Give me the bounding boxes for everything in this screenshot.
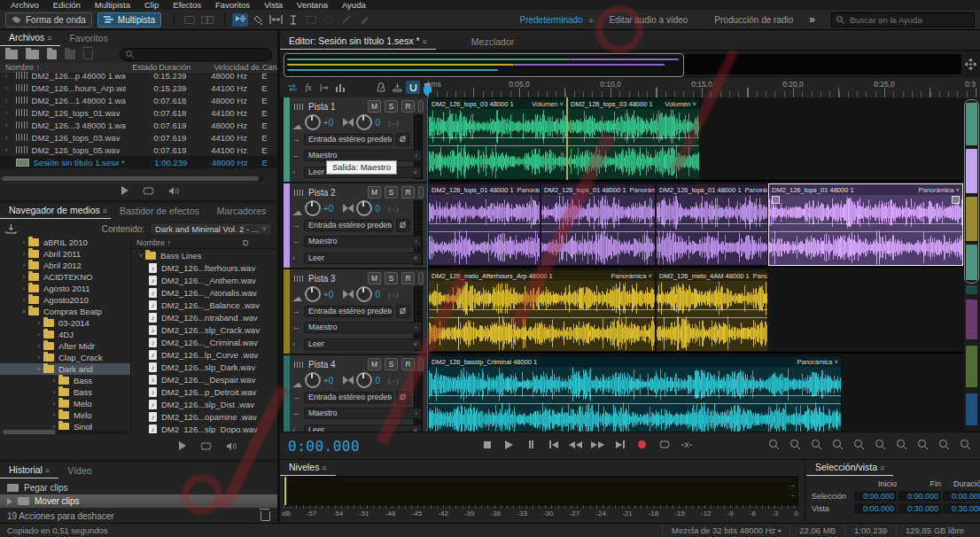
- monitor-input-button[interactable]: .: [418, 358, 424, 370]
- file-row[interactable]: › DM2_126_tops_01.wav 0:07.618 44100 Hz …: [0, 106, 277, 119]
- media-file-row[interactable]: ♪DM2_126..._Criminal.wav: [131, 336, 277, 348]
- tab-archivos[interactable]: Archivos ≡: [0, 30, 60, 46]
- expand-icon[interactable]: ›: [50, 411, 58, 419]
- panel-menu-icon[interactable]: ≡: [322, 463, 326, 472]
- loop-playback-icon[interactable]: [143, 186, 154, 196]
- phase-toggle-button[interactable]: Ø: [396, 305, 409, 318]
- pan-value[interactable]: 0: [375, 204, 380, 214]
- expander-icon[interactable]: ›: [5, 97, 16, 105]
- zoom-out-horizontal-button[interactable]: [894, 437, 909, 452]
- phase-toggle-button[interactable]: Ø: [396, 133, 409, 146]
- seleccion-inicio-value[interactable]: 0:00.000: [854, 491, 897, 502]
- clip-envelope-mode[interactable]: Panorámica ˅: [919, 186, 960, 194]
- arm-record-icon[interactable]: [390, 81, 404, 94]
- file-row[interactable]: › DM2_126...p 48000 1.wav 0:15.239 48000…: [0, 69, 277, 82]
- tree-folder-4dj[interactable]: ›4DJ: [0, 329, 130, 340]
- pan-value[interactable]: 0: [375, 118, 380, 128]
- tree-folder-abril-2010[interactable]: ›aBRIL 2010: [0, 237, 130, 248]
- panel-menu-icon[interactable]: ≡: [423, 37, 427, 46]
- snap-toggle-icon[interactable]: [406, 81, 420, 94]
- pan-knob[interactable]: [356, 114, 372, 130]
- expand-icon[interactable]: ›: [19, 296, 28, 304]
- collapse-icon[interactable]: ˅: [35, 365, 43, 373]
- file-row[interactable]: › DM2_126...3 48000 1.wav 0:07.619 48000…: [0, 119, 277, 131]
- expander-icon[interactable]: ›: [5, 72, 16, 80]
- zoom-in-left-edge-button[interactable]: [809, 437, 824, 452]
- seleccion-fin-value[interactable]: 0:00.000: [898, 491, 941, 502]
- audio-clip[interactable]: DM2_126_melo_4AM 48000 1 Panorámica ˅: [656, 269, 768, 352]
- record-arm-button[interactable]: R: [401, 186, 415, 198]
- menu-multipista[interactable]: Multipista: [88, 0, 137, 10]
- insert-into-multitrack-icon[interactable]: [47, 50, 57, 59]
- clip-title-bar[interactable]: DM2_126_tops_01 48000 1 Panorámica ˅: [657, 184, 767, 195]
- tree-folder-acidtekno[interactable]: ›ACIDTEKNO: [0, 271, 130, 283]
- vista-duracion-value[interactable]: 0:30.000: [943, 503, 980, 514]
- tab-mezclador[interactable]: Mezclador: [463, 35, 523, 50]
- phase-toggle-button[interactable]: Ø: [396, 219, 409, 232]
- pause-button[interactable]: [524, 437, 539, 452]
- audio-clip[interactable]: DM2_126_tops_03 48000 1 Volumen ˅: [567, 97, 700, 180]
- workspace-overflow-chevron[interactable]: »: [809, 13, 815, 26]
- media-file-row[interactable]: ♪DM2_126...slp_Dist .wav: [131, 398, 277, 410]
- timeline-ruler-row[interactable]: fx hms 0:05,00:10,00:15,00:20,00:25,00:3: [280, 78, 980, 98]
- insert-into-session-icon[interactable]: [5, 223, 17, 234]
- track-name[interactable]: Pista 4: [308, 360, 336, 370]
- panel-menu-icon[interactable]: ≡: [103, 206, 107, 215]
- clip-envelope-mode[interactable]: Panorámica ˅: [745, 186, 767, 194]
- session-overview-navigator[interactable]: [280, 50, 980, 80]
- expand-icon[interactable]: ›: [50, 377, 58, 385]
- menu-efectos[interactable]: Efectos: [166, 0, 208, 10]
- audio-clip-selected[interactable]: DM2_126_tops_01 48000 1 Panorámica ˅: [768, 183, 963, 266]
- tree-folder-after-midr[interactable]: ›After Midr: [0, 340, 130, 352]
- play-button[interactable]: [502, 437, 517, 452]
- razor-tool-button[interactable]: [250, 13, 266, 27]
- paintbrush-tool-button[interactable]: [356, 13, 372, 27]
- track-eq-toggle-icon[interactable]: [333, 81, 347, 94]
- record-arm-button[interactable]: R: [401, 358, 415, 370]
- tree-horizontal-scrollbar[interactable]: [3, 430, 127, 434]
- media-file-row[interactable]: ♪DM2_126...lp_Curve .wav: [131, 348, 277, 361]
- tree-folder-abril-2012[interactable]: ›Abril 2012: [0, 260, 130, 271]
- solo-button[interactable]: S: [385, 358, 398, 370]
- workspace-predeterminado[interactable]: Predeterminado ≡: [519, 15, 593, 25]
- input-selector[interactable]: Entrada estéreo predete›: [304, 392, 393, 403]
- track-lane[interactable]: DM2_126_melo_Afterhours_Arp 48000 1 Pano…: [428, 269, 963, 354]
- dual-monitor-icon[interactable]: [199, 13, 215, 27]
- track-name[interactable]: Pista 1: [308, 102, 336, 112]
- menu-edicion[interactable]: Edición: [46, 0, 88, 10]
- automation-mode-dropdown[interactable]: Leer˅: [304, 424, 422, 432]
- mute-button[interactable]: M: [368, 358, 381, 370]
- volume-value[interactable]: +0: [323, 376, 333, 385]
- move-tool-button[interactable]: [232, 13, 248, 27]
- track-name[interactable]: Pista 2: [308, 188, 336, 198]
- solo-button[interactable]: S: [385, 186, 398, 198]
- metronome-icon[interactable]: [374, 81, 388, 94]
- tree-folder-clap-crack[interactable]: ›Clap_Crack: [0, 352, 130, 363]
- clip-envelope-mode[interactable]: Panorámica ˅: [797, 358, 838, 366]
- mute-button[interactable]: M: [368, 100, 381, 113]
- history-item-pegar-clips[interactable]: Pegar clips: [0, 481, 277, 494]
- session-file-row[interactable]: Sesión sin título 1.sesx * 1:00.239 4800…: [0, 156, 277, 168]
- output-selector[interactable]: Maestro›: [304, 150, 422, 161]
- file-row[interactable]: › DM2_126...hours_Arp.wav 0:15.239 44100…: [0, 82, 277, 94]
- tab-navegador-de-medios[interactable]: Navegador de medios ≡: [0, 203, 111, 219]
- rewind-button[interactable]: [568, 437, 583, 452]
- track-name[interactable]: Pista 3: [308, 274, 336, 284]
- expand-icon[interactable]: ›: [19, 273, 28, 281]
- audio-clip[interactable]: DM2_126_melo_Afterhours_Arp 48000 1 Pano…: [428, 269, 656, 352]
- pan-value[interactable]: 0: [375, 290, 380, 300]
- fade-out-handle[interactable]: [952, 196, 960, 204]
- solo-button[interactable]: S: [385, 272, 398, 284]
- output-selector[interactable]: Maestro›: [304, 322, 422, 333]
- monitor-input-button[interactable]: .: [418, 100, 424, 113]
- expander-icon[interactable]: ›: [5, 109, 16, 117]
- waveform-view-button[interactable]: Forma de onda: [5, 12, 92, 27]
- volume-knob[interactable]: [305, 372, 321, 388]
- loop-playback-button[interactable]: [657, 437, 672, 452]
- fade-in-handle[interactable]: [772, 196, 780, 204]
- media-file-row[interactable]: ♪DM2_126...slp_Dopo.wav: [131, 423, 277, 433]
- single-monitor-icon[interactable]: [182, 13, 198, 27]
- slide-tool-button[interactable]: [338, 13, 354, 27]
- collapse-icon[interactable]: ˅: [136, 252, 145, 260]
- sum-to-mono-icon[interactable]: (↔): [388, 377, 399, 384]
